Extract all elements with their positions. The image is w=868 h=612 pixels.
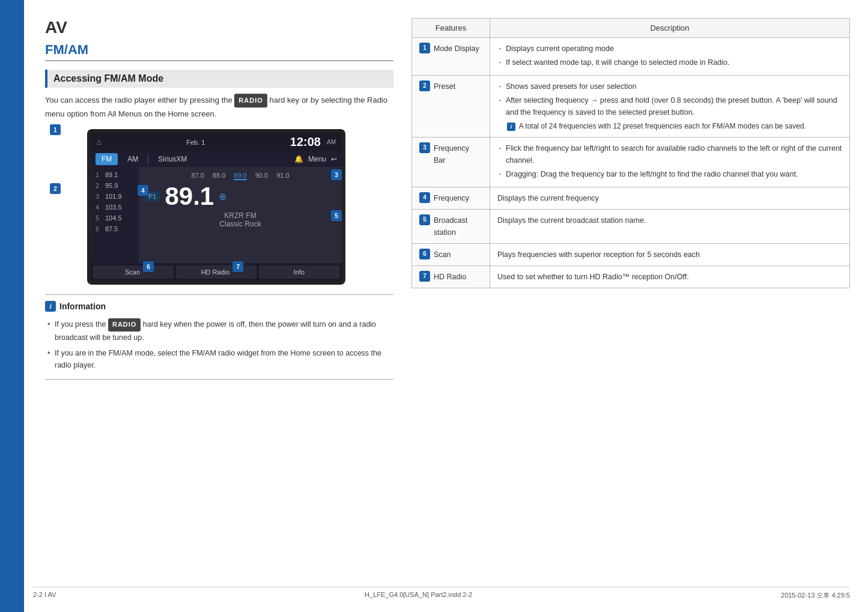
feature-cell-7: 7 HD Radio — [412, 266, 490, 288]
rs-bell-icon: 🔔 — [294, 155, 303, 163]
preset-3[interactable]: 3101.9 — [91, 191, 139, 202]
desc-3-1: Flick the frequency bar left/right to se… — [497, 142, 842, 166]
badge-4: 4 — [138, 185, 148, 196]
feature-name-3: Frequency Bar — [434, 142, 482, 166]
desc-4-plain: Displays the current frequency — [497, 194, 599, 202]
rs-hdradio-btn[interactable]: HD Radio 7 — [176, 265, 256, 279]
feature-label-7: 7 HD Radio — [419, 271, 482, 283]
rs-ampm: AM — [327, 139, 336, 145]
col-description-header: Description — [490, 19, 850, 38]
preset-2[interactable]: 295.9 — [91, 180, 139, 191]
feature-badge-6: 6 — [419, 249, 430, 259]
badge-5: 5 — [331, 210, 342, 221]
home-icon: ⌂ — [97, 138, 102, 147]
rs-channel-list-icon: ⊕ — [219, 191, 226, 202]
rs-nav-fm[interactable]: FM — [96, 153, 118, 165]
freq-89-active: 89.0 — [234, 172, 246, 180]
rs-scan-btn[interactable]: Scan 6 — [93, 265, 174, 279]
feature-name-1: Mode Display — [434, 43, 479, 55]
freq-88: 88.0 — [213, 172, 225, 180]
feature-badge-1: 1 — [419, 43, 430, 53]
info-icon: i — [45, 301, 56, 312]
radio-badge-info: RADIO — [108, 318, 141, 332]
section-title: AV — [45, 18, 393, 37]
description-cell-3: Flick the frequency bar left/right to se… — [490, 138, 850, 187]
feature-badge-3: 3 — [419, 142, 430, 153]
feature-cell-4: 4 Frequency — [412, 187, 490, 210]
freq-91: 91.0 — [276, 172, 289, 180]
footer-filename: H_LFE_G4.0[USA_N] Part2.indd 2-2 — [365, 591, 472, 600]
subsection-title: FM/AM — [45, 42, 393, 61]
badge-6: 6 — [143, 261, 154, 272]
badge-1: 1 — [50, 124, 61, 135]
feature-label-5: 5 Broadcast station — [419, 214, 482, 238]
rs-bottom-bar: Scan 6 HD Radio 7 Info — [91, 263, 342, 281]
feature-name-7: HD Radio — [434, 271, 466, 283]
rs-nav-back[interactable]: ↩ — [331, 155, 337, 163]
rs-station-name: KRZR FM Classic Rock — [145, 211, 336, 228]
rs-presets: 189.1 295.9 3101.9 4103.5 5104.5 687.5 — [91, 167, 139, 263]
feature-cell-1: 1 Mode Display — [412, 38, 490, 76]
desc-5-plain: Displays the current broadcast station n… — [497, 216, 646, 225]
rs-body: 189.1 295.9 3101.9 4103.5 5104.5 687.5 — [91, 167, 342, 263]
rs-station-line1: KRZR FM — [145, 211, 336, 220]
rs-main-display: 87.0 88.0 89.0 90.0 91.0 3 — [139, 167, 342, 263]
feature-name-5: Broadcast station — [434, 214, 482, 238]
preset-1[interactable]: 189.1 — [91, 169, 139, 180]
preset-5[interactable]: 5104.5 — [91, 213, 139, 223]
feature-label-6: 6 Scan — [419, 249, 482, 261]
rs-nav-am[interactable]: AM — [121, 153, 144, 165]
rs-topbar: ⌂ Feb. 1 12:08 AM — [91, 133, 342, 151]
rs-date: Feb. 1 — [108, 139, 284, 146]
badge-3: 3 — [331, 169, 342, 180]
feature-name-2: Preset — [434, 80, 455, 92]
rs-freq-bar: 87.0 88.0 89.0 90.0 91.0 — [145, 172, 336, 180]
description-cell-5: Displays the current broadcast station n… — [490, 210, 850, 244]
information-box: i Information If you press the RADIO har… — [45, 294, 393, 380]
table-row-scan: 6 Scan Plays frequencies with superior r… — [412, 244, 850, 266]
rs-nav-divider — [148, 154, 148, 164]
info-title-text: Information — [59, 301, 106, 311]
rs-station-line2: Classic Rock — [145, 220, 336, 228]
desc-7-plain: Used to set whether to turn HD Radio™ re… — [497, 273, 689, 281]
desc-1-1: Displays current operating mode — [497, 43, 842, 55]
table-row-freq-bar: 3 Frequency Bar Flick the frequency bar … — [412, 138, 850, 187]
preset-6[interactable]: 687.5 — [91, 223, 139, 234]
feature-cell-5: 5 Broadcast station — [412, 210, 490, 244]
feature-badge-2: 2 — [419, 80, 430, 91]
right-column: Features Description 1 Mode Display Disp… — [411, 18, 850, 380]
badge-2: 2 — [50, 183, 61, 194]
radio-screen-mockup: ⌂ Feb. 1 12:08 AM FM AM SiriusXM 🔔 Menu — [87, 129, 345, 285]
desc-2-1: Shows saved presets for user selection — [497, 80, 842, 92]
desc-2-note: i A total of 24 frequencies with 12 pres… — [497, 121, 842, 132]
note-icon-2: i — [507, 123, 515, 131]
table-row-mode-display: 1 Mode Display Displays current operatin… — [412, 38, 850, 76]
description-cell-2: Shows saved presets for user selection A… — [490, 76, 850, 138]
rs-info-btn[interactable]: Info — [259, 265, 339, 279]
rs-nav-right: 🔔 Menu ↩ — [294, 155, 337, 163]
description-cell-7: Used to set whether to turn HD Radio™ re… — [490, 266, 850, 288]
feature-label-2: 2 Preset — [419, 80, 482, 92]
col-features-header: Features — [412, 19, 490, 38]
intro-text-start: You can access the radio player either b… — [45, 95, 232, 105]
preset-4[interactable]: 4103.5 — [91, 202, 139, 213]
rs-nav-menu[interactable]: Menu — [308, 155, 326, 163]
radio-screen-display: ⌂ Feb. 1 12:08 AM FM AM SiriusXM 🔔 Menu — [91, 133, 342, 281]
radio-badge-inline: RADIO — [234, 94, 267, 108]
table-row-hdradio: 7 HD Radio Used to set whether to turn H… — [412, 266, 850, 288]
table-row-broadcast: 5 Broadcast station Displays the current… — [412, 210, 850, 244]
page-footer: 2-2 I AV H_LFE_G4.0[USA_N] Part2.indd 2-… — [33, 587, 850, 600]
feature-cell-2: 2 Preset — [412, 76, 490, 138]
table-row-preset: 2 Preset Shows saved presets for user se… — [412, 76, 850, 138]
feature-label-3: 3 Frequency Bar — [419, 142, 482, 166]
rs-nav: FM AM SiriusXM 🔔 Menu ↩ — [91, 151, 342, 167]
info-item-2: If you are in the FM/AM mode, select the… — [45, 345, 393, 373]
description-cell-6: Plays frequencies with superior receptio… — [490, 244, 850, 266]
page-number: 2-2 I AV — [33, 591, 56, 600]
desc-6-plain: Plays frequencies with superior receptio… — [497, 250, 700, 259]
rs-nav-siriusxm[interactable]: SiriusXM — [152, 153, 193, 165]
desc-2-2: After selecting frequency → press and ho… — [497, 94, 842, 118]
desc-3-2: Dragging: Drag the frequency bar to the … — [497, 168, 842, 180]
table-row-frequency: 4 Frequency Displays the current frequen… — [412, 187, 850, 210]
feature-label-1: 1 Mode Display — [419, 43, 482, 55]
